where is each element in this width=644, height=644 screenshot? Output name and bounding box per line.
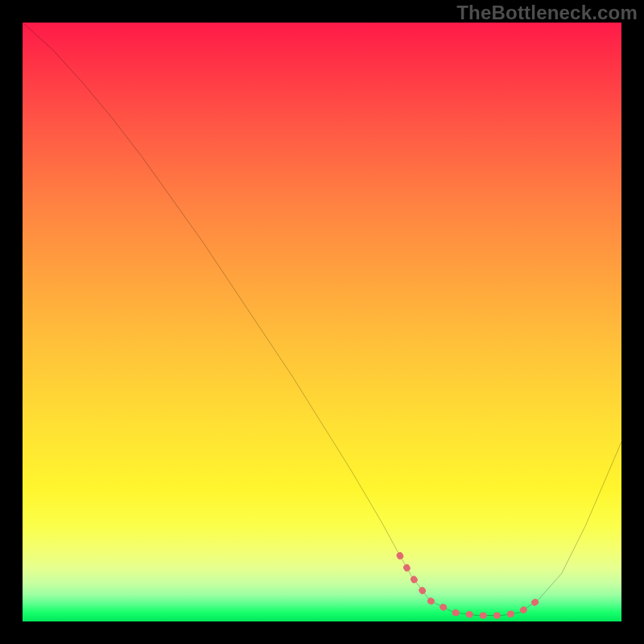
bottleneck-curve <box>23 23 621 616</box>
chart-frame: TheBottleneck.com <box>0 0 644 644</box>
plot-area <box>23 23 621 621</box>
highlight-segment <box>400 555 538 615</box>
watermark-text: TheBottleneck.com <box>456 2 638 24</box>
curve-layer <box>23 23 621 621</box>
